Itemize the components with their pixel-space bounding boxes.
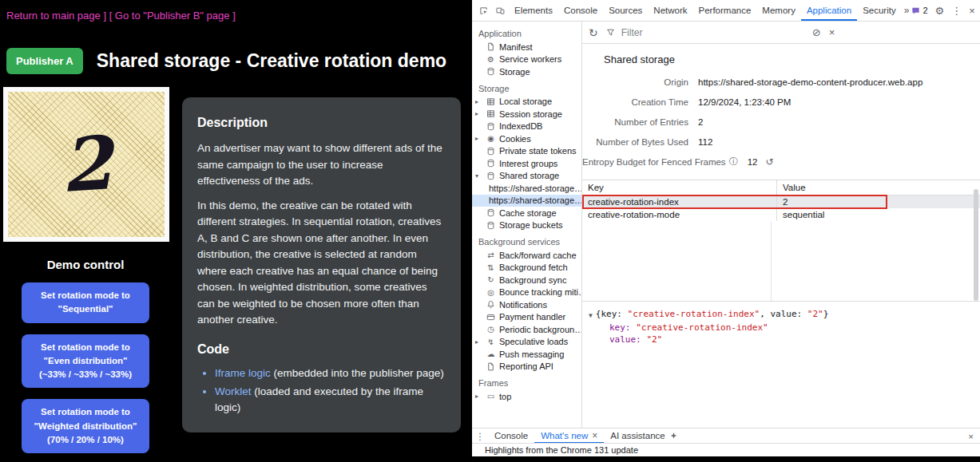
reset-budget-icon[interactable]: ↺: [765, 156, 773, 168]
sidebar-item-storage-buckets[interactable]: Storage buckets: [472, 219, 581, 232]
sidebar-item-notifications[interactable]: Notifications: [472, 298, 581, 311]
set-sequential-button[interactable]: Set rotation mode to "Sequential": [22, 282, 149, 323]
sidebar-item-cookies[interactable]: ▸◉Cookies: [472, 132, 581, 145]
chevron-right-icon[interactable]: ▸: [475, 338, 478, 346]
sidebar-item-periodic-background-sync[interactable]: ◷Periodic backgroun…: [472, 323, 581, 336]
tab-security[interactable]: Security: [857, 0, 902, 21]
devtools-close-icon[interactable]: ×: [969, 6, 975, 16]
settings-gear-icon[interactable]: ⚙: [935, 6, 945, 16]
refresh-icon[interactable]: ↻: [589, 26, 598, 39]
filter-input[interactable]: [620, 26, 783, 39]
set-weighted-distribution-button[interactable]: Set rotation mode to "Weighted distribut…: [22, 399, 149, 453]
devtools-menu-icon[interactable]: ⋮: [951, 6, 962, 16]
set-even-distribution-button[interactable]: Set rotation mode to "Even distribution"…: [22, 334, 149, 389]
sidebar-item-shared-storage[interactable]: ▾Shared storage: [472, 170, 581, 183]
info-icon[interactable]: ⓘ: [729, 156, 738, 168]
database-icon: [486, 147, 496, 156]
database-icon: [486, 172, 496, 180]
sidebar-item-background-fetch[interactable]: ⇅Background fetch: [472, 262, 581, 274]
iframe-logic-link[interactable]: Iframe logic: [215, 367, 271, 379]
shared-storage-panel: ↻ ⊘ × Shared storage Origin https://shar…: [582, 22, 980, 428]
inspect-element-icon[interactable]: [475, 6, 492, 15]
chevron-right-icon[interactable]: ▸: [475, 393, 478, 400]
sidebar-item-storage[interactable]: Storage: [472, 65, 581, 78]
sidebar-item-interest-groups[interactable]: Interest groups: [472, 157, 581, 170]
table-row-creative-rotation-mode[interactable]: creative-rotation-mode sequential: [582, 208, 980, 221]
tab-network[interactable]: Network: [648, 0, 692, 21]
sidebar-item-shared-storage-origin-1[interactable]: https://shared-storage…: [472, 182, 581, 195]
drawer-tab-console[interactable]: Console: [488, 428, 534, 444]
publisher-b-link[interactable]: Go to "Publisher B" page: [115, 10, 230, 22]
screen: Return to main page ] [ Go to "Publisher…: [0, 0, 980, 462]
demo-control-title: Demo control: [0, 258, 171, 271]
meta-row-entropy-budget: Entropy Budget for Fenced Frames ⓘ 12 ↺: [582, 152, 980, 172]
tab-sources[interactable]: Sources: [603, 0, 648, 21]
meta-row-bytes-used: Number of Bytes Used 112: [582, 132, 980, 152]
table-row-creative-rotation-index[interactable]: creative-rotation-index 2: [582, 195, 980, 208]
more-tabs-icon[interactable]: »: [902, 5, 912, 16]
close-tab-icon[interactable]: ×: [592, 428, 597, 444]
sidebar-item-top-frame[interactable]: ▸▭top: [472, 390, 581, 403]
preview-summary[interactable]: ▼ {key: "creative-rotation-index", value…: [589, 308, 980, 322]
drawer-menu-icon[interactable]: ⋮: [472, 431, 488, 442]
cloud-icon: ☁: [486, 349, 496, 358]
tab-memory[interactable]: Memory: [756, 0, 801, 21]
application-sidebar: Application Manifest ⚙Service workers St…: [472, 22, 582, 428]
metadata-view: Origin https://shared-storage-demo-conte…: [582, 72, 980, 172]
issues-count: 2: [922, 6, 927, 15]
sidebar-item-background-sync[interactable]: ↻Background sync: [472, 274, 581, 286]
drawer-tab-ai-assistance[interactable]: AI assistance: [604, 428, 684, 444]
sidebar-item-indexeddb[interactable]: IndexedDB: [472, 120, 581, 133]
devtools-window: Elements Console Sources Network Perform…: [472, 0, 980, 462]
sidebar-item-cache-storage[interactable]: Cache storage: [472, 207, 581, 219]
clear-icon[interactable]: ×: [829, 26, 835, 38]
tab-elements[interactable]: Elements: [509, 0, 558, 21]
sidebar-item-reporting-api[interactable]: Reporting API: [472, 361, 581, 373]
sidebar-item-local-storage[interactable]: ▸Local storage: [472, 96, 581, 109]
creative-ad-frame[interactable]: 2: [3, 87, 169, 242]
sidebar-item-bounce-tracking[interactable]: ◎Bounce tracking miti…: [472, 286, 581, 299]
device-toolbar-icon[interactable]: [492, 6, 509, 15]
sidebar-item-speculative-loads[interactable]: ▸↯Speculative loads: [472, 336, 581, 349]
table-header: Key Value: [582, 180, 980, 195]
drawer-close-icon[interactable]: ×: [968, 432, 980, 441]
column-header-key[interactable]: Key: [582, 180, 777, 195]
issues-button[interactable]: 2: [911, 6, 927, 15]
document-icon: [486, 362, 496, 371]
block-icon[interactable]: ⊘: [812, 26, 821, 38]
sidebar-item-private-state-tokens[interactable]: Private state tokens: [472, 145, 581, 158]
sidebar-item-push-messaging[interactable]: ☁Push messaging: [472, 348, 581, 361]
whats-new-status-text[interactable]: Highlights from the Chrome 131 update: [485, 445, 638, 455]
sidebar-item-back-forward-cache[interactable]: ⇄Back/forward cache: [472, 249, 581, 262]
table-empty-area: [582, 221, 980, 301]
chevron-right-icon[interactable]: ▸: [475, 110, 478, 117]
vertical-scrollbar[interactable]: [974, 189, 978, 301]
tab-performance[interactable]: Performance: [693, 0, 757, 21]
sidebar-item-session-storage[interactable]: ▸Session storage: [472, 108, 581, 120]
sidebar-item-shared-storage-origin-2[interactable]: https://shared-storage…: [472, 195, 581, 207]
description-paragraph-2: In this demo, the creative can be rotate…: [197, 198, 446, 329]
page-nav: Return to main page ] [ Go to "Publisher…: [0, 0, 472, 22]
fetch-arrows-icon: ⇅: [486, 263, 496, 272]
service-workers-icon: ⚙: [486, 55, 496, 64]
tab-console[interactable]: Console: [558, 0, 603, 21]
chevron-right-icon[interactable]: ▸: [475, 135, 478, 142]
panel-title: Shared storage: [604, 53, 980, 65]
return-main-page-link[interactable]: Return to main page: [6, 10, 101, 22]
devtools-body: Application Manifest ⚙Service workers St…: [472, 22, 980, 428]
column-header-value[interactable]: Value: [777, 180, 980, 195]
sidebar-item-service-workers[interactable]: ⚙Service workers: [472, 53, 581, 66]
chevron-down-icon[interactable]: ▾: [475, 172, 478, 180]
chevron-right-icon[interactable]: ▸: [475, 98, 478, 105]
drawer-tab-whats-new[interactable]: What's new×: [534, 428, 604, 444]
tab-application[interactable]: Application: [801, 0, 857, 21]
back-forward-icon: ⇄: [486, 251, 496, 259]
expand-triangle-icon[interactable]: ▼: [589, 310, 593, 322]
tabbar-right-controls: 2 ⚙ ⋮ ×: [911, 6, 980, 16]
worklet-link[interactable]: Worklet: [215, 385, 252, 397]
sidebar-item-payment-handler[interactable]: Payment handler: [472, 311, 581, 324]
sidebar-item-manifest[interactable]: Manifest: [472, 41, 581, 53]
description-panel: Description An advertiser may want to sh…: [182, 97, 461, 432]
list-item: Worklet (loaded and executed by the ifra…: [215, 384, 446, 417]
filter-funnel-icon: [606, 28, 615, 37]
